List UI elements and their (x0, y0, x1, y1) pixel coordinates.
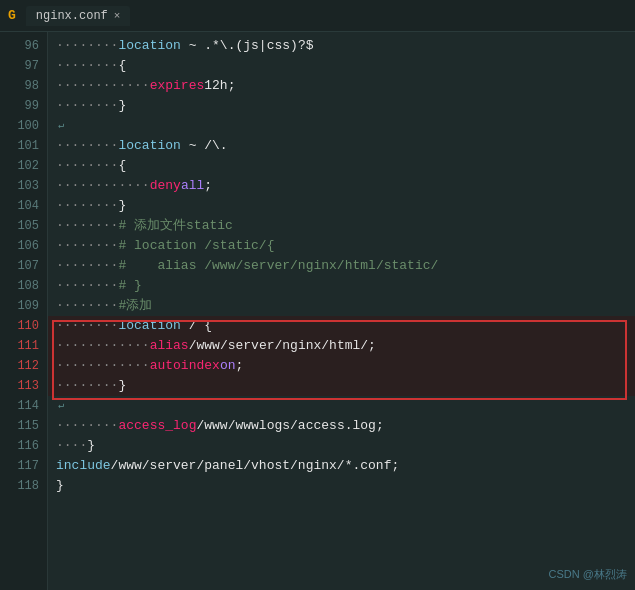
code-container: 9697989910010110210310410510610710810911… (0, 32, 635, 590)
code-line: ············autoindex on; (48, 356, 635, 376)
line-number: 101 (0, 136, 47, 156)
line-number: 100 (0, 116, 47, 136)
editor-logo: G (8, 8, 16, 23)
line-number: 117 (0, 456, 47, 476)
line-number: 106 (0, 236, 47, 256)
code-line: ········location / { (48, 316, 635, 336)
code-lines: ········location ~ .*\.(js|css)?$·······… (48, 32, 635, 500)
code-line: ········#添加 (48, 296, 635, 316)
code-line: include /www/server/panel/vhost/nginx/*.… (48, 456, 635, 476)
line-number: 98 (0, 76, 47, 96)
title-bar: G nginx.conf × (0, 0, 635, 32)
watermark: CSDN @林烈涛 (549, 567, 627, 582)
code-line: } (48, 476, 635, 496)
code-line: ········} (48, 96, 635, 116)
line-number: 109 (0, 296, 47, 316)
code-line: ········} (48, 376, 635, 396)
line-number: 102 (0, 156, 47, 176)
line-number: 104 (0, 196, 47, 216)
line-number: 116 (0, 436, 47, 456)
line-number: 97 (0, 56, 47, 76)
line-number: 111 (0, 336, 47, 356)
code-line: ············deny all; (48, 176, 635, 196)
code-line: ········# alias /www/server/nginx/html/s… (48, 256, 635, 276)
code-line: ········{ (48, 56, 635, 76)
code-line: ········# } (48, 276, 635, 296)
code-line: ↵ (48, 116, 635, 136)
code-line: ········location ~ .*\.(js|css)?$ (48, 36, 635, 56)
code-line: ········access_log /www/wwwlogs/access.l… (48, 416, 635, 436)
line-number: 103 (0, 176, 47, 196)
line-number: 108 (0, 276, 47, 296)
code-line: ········# location /static/{ (48, 236, 635, 256)
line-number: 115 (0, 416, 47, 436)
line-numbers: 9697989910010110210310410510610710810911… (0, 32, 48, 590)
line-number: 96 (0, 36, 47, 56)
line-number: 110 (0, 316, 47, 336)
code-line: ········location ~ /\. (48, 136, 635, 156)
close-icon[interactable]: × (114, 10, 121, 22)
code-line: ········{ (48, 156, 635, 176)
code-line: ········# 添加文件static (48, 216, 635, 236)
editor-tab[interactable]: nginx.conf × (26, 6, 131, 26)
code-line: ········} (48, 196, 635, 216)
line-number: 114 (0, 396, 47, 416)
line-number: 113 (0, 376, 47, 396)
code-line: ↵ (48, 396, 635, 416)
line-number: 99 (0, 96, 47, 116)
code-line: ····} (48, 436, 635, 456)
code-line: ············alias /www/server/nginx/html… (48, 336, 635, 356)
line-number: 112 (0, 356, 47, 376)
tab-filename: nginx.conf (36, 9, 108, 23)
line-number: 107 (0, 256, 47, 276)
line-number: 105 (0, 216, 47, 236)
code-line: ············expires 12h; (48, 76, 635, 96)
line-number: 118 (0, 476, 47, 496)
